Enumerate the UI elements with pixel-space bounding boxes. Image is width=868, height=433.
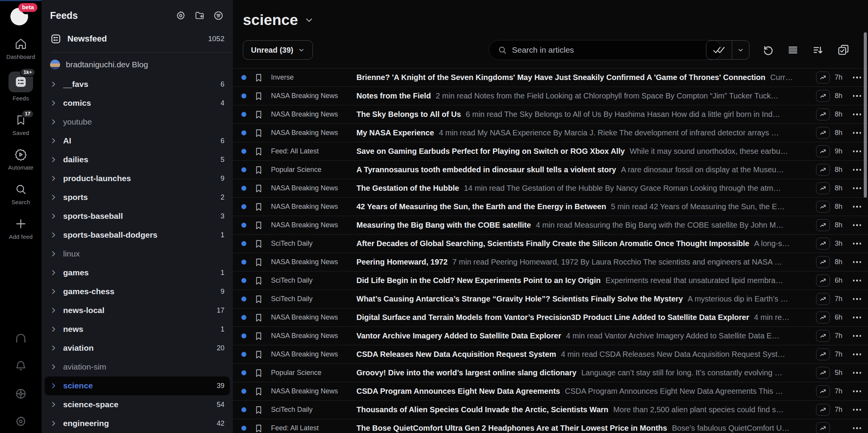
article-row[interactable]: Feed: All Latest Save on Gaming Earbuds … <box>233 142 868 161</box>
more-options-icon[interactable] <box>852 296 862 301</box>
article-row[interactable]: NASA Breaking News My NASA Experience 4 … <box>233 124 868 142</box>
folder-plus-icon[interactable] <box>194 10 205 21</box>
bookmark-icon[interactable] <box>254 128 263 138</box>
trending-up-icon[interactable] <box>816 275 830 286</box>
more-options-icon[interactable] <box>852 223 862 228</box>
rail-item-dashboard[interactable]: Dashboard <box>6 37 35 60</box>
article-row[interactable]: Feed: All Latest The Bose QuietComfort U… <box>233 419 868 433</box>
bookmark-icon[interactable] <box>254 276 263 286</box>
article-row[interactable]: NASA Breaking News CSDA Program Announce… <box>233 382 868 401</box>
sidebar-folder[interactable]: __favs 6 <box>45 75 230 94</box>
bookmark-icon[interactable] <box>254 350 263 360</box>
sidebar-folder[interactable]: AI 6 <box>45 132 230 150</box>
sidebar-folder[interactable]: science-space 54 <box>45 395 230 414</box>
article-row[interactable]: SciTech Daily After Decades of Global Se… <box>233 235 868 253</box>
trending-up-icon[interactable] <box>816 238 830 250</box>
article-row[interactable]: NASA Breaking News Notes from the Field … <box>233 87 868 105</box>
sidebar-folder[interactable]: news 1 <box>45 320 230 339</box>
trending-up-icon[interactable] <box>816 422 830 433</box>
trending-up-icon[interactable] <box>816 108 830 120</box>
sidebar-folder[interactable]: sports 2 <box>45 188 230 207</box>
search-input[interactable] <box>512 45 713 55</box>
bookmark-icon[interactable] <box>254 257 263 267</box>
article-row[interactable]: Inverse Brienne? 'A Knight of the Seven … <box>233 68 868 87</box>
article-row[interactable]: NASA Breaking News 42 Years of Measuring… <box>233 198 868 216</box>
more-options-icon[interactable] <box>852 426 862 431</box>
more-options-icon[interactable] <box>852 112 862 117</box>
chevron-down-icon[interactable] <box>732 41 749 59</box>
more-options-icon[interactable] <box>852 167 862 172</box>
bookmark-icon[interactable] <box>254 165 263 175</box>
mark-all-read-button[interactable] <box>706 40 749 60</box>
trending-up-icon[interactable] <box>816 348 830 360</box>
bookmark-icon[interactable] <box>254 423 263 433</box>
bookmark-icon[interactable] <box>254 202 263 212</box>
trending-up-icon[interactable] <box>816 201 830 213</box>
article-row[interactable]: NASA Breaking News Digital Surface and T… <box>233 308 868 327</box>
sidebar-folder[interactable]: games 1 <box>45 263 230 282</box>
bookmark-icon[interactable] <box>254 405 263 415</box>
trending-up-icon[interactable] <box>816 219 830 231</box>
trending-up-icon[interactable] <box>816 145 830 157</box>
more-options-icon[interactable] <box>852 315 862 320</box>
more-options-icon[interactable] <box>852 204 862 209</box>
bookmark-icon[interactable] <box>254 110 263 120</box>
trending-up-icon[interactable] <box>816 385 830 397</box>
sort-descending-icon[interactable] <box>812 44 824 56</box>
trending-up-icon[interactable] <box>816 127 830 139</box>
article-row[interactable]: SciTech Daily Did Life Begin in the Cold… <box>233 271 868 290</box>
bookmark-icon[interactable] <box>254 294 263 304</box>
article-row[interactable]: NASA Breaking News CSDA Releases New Dat… <box>233 345 868 364</box>
more-options-icon[interactable] <box>852 370 862 375</box>
trending-up-icon[interactable] <box>816 164 830 176</box>
trending-up-icon[interactable] <box>816 182 830 194</box>
sidebar-item-blog[interactable]: bradtaniguchi.dev Blog <box>42 57 233 73</box>
refresh-icon[interactable] <box>763 44 774 56</box>
trending-up-icon[interactable] <box>816 404 830 416</box>
more-options-icon[interactable] <box>852 130 862 135</box>
rail-item-feeds[interactable]: 1k+ Feeds <box>8 72 33 102</box>
filter-circle-icon[interactable] <box>213 10 224 21</box>
bookmark-icon[interactable] <box>254 220 263 230</box>
trending-up-icon[interactable] <box>816 367 830 379</box>
unread-filter-button[interactable]: Unread (39) <box>243 40 313 60</box>
sidebar-folder[interactable]: science 39 <box>45 376 230 395</box>
sidebar-folder[interactable]: aviation 20 <box>45 339 230 358</box>
card-view-icon[interactable] <box>837 44 850 56</box>
article-row[interactable]: NASA Breaking News Vantor Archive Imager… <box>233 327 868 345</box>
more-options-icon[interactable] <box>852 352 862 357</box>
sidebar-item-newsfeed[interactable]: Newsfeed 1052 <box>45 30 230 48</box>
article-row[interactable]: SciTech Daily What’s Causing Antarctica’… <box>233 290 868 308</box>
sidebar-folder[interactable]: engineering 42 <box>45 414 230 433</box>
more-options-icon[interactable] <box>852 333 862 338</box>
gear-icon[interactable] <box>176 10 186 21</box>
more-options-icon[interactable] <box>852 407 862 412</box>
sidebar-folder[interactable]: sports-baseball-dodgers 1 <box>45 226 230 245</box>
more-options-icon[interactable] <box>852 389 862 394</box>
trending-up-icon[interactable] <box>816 256 830 268</box>
rail-item-add-feed[interactable]: Add feed <box>9 217 33 240</box>
more-options-icon[interactable] <box>852 260 862 265</box>
user-avatar[interactable]: beta <box>9 5 33 25</box>
rail-item-automate[interactable]: Automate <box>8 148 33 171</box>
more-options-icon[interactable] <box>852 278 862 283</box>
bookmark-icon[interactable] <box>254 239 263 249</box>
bookmark-icon[interactable] <box>254 368 263 378</box>
trending-up-icon[interactable] <box>816 90 830 102</box>
article-row[interactable]: Popular Science Groovy! Dive into the wo… <box>233 364 868 382</box>
list-view-icon[interactable] <box>787 44 799 56</box>
sidebar-folder[interactable]: sports-baseball 3 <box>45 207 230 226</box>
more-options-icon[interactable] <box>852 75 862 80</box>
bookmark-icon[interactable] <box>254 331 263 341</box>
scrollbar[interactable] <box>864 32 867 198</box>
more-options-icon[interactable] <box>852 149 862 154</box>
more-options-icon[interactable] <box>852 241 862 246</box>
rail-item-search[interactable]: Search <box>12 182 30 205</box>
bookmark-icon[interactable] <box>254 91 263 101</box>
bookmark-icon[interactable] <box>254 147 263 157</box>
article-row[interactable]: NASA Breaking News The Gestation of the … <box>233 179 868 198</box>
sidebar-folder[interactable]: dailies 5 <box>45 150 230 169</box>
article-row[interactable]: Popular Science A Tyrannosaurus tooth em… <box>233 161 868 179</box>
discover-icon[interactable] <box>15 388 27 400</box>
bookmark-icon[interactable] <box>254 73 263 83</box>
